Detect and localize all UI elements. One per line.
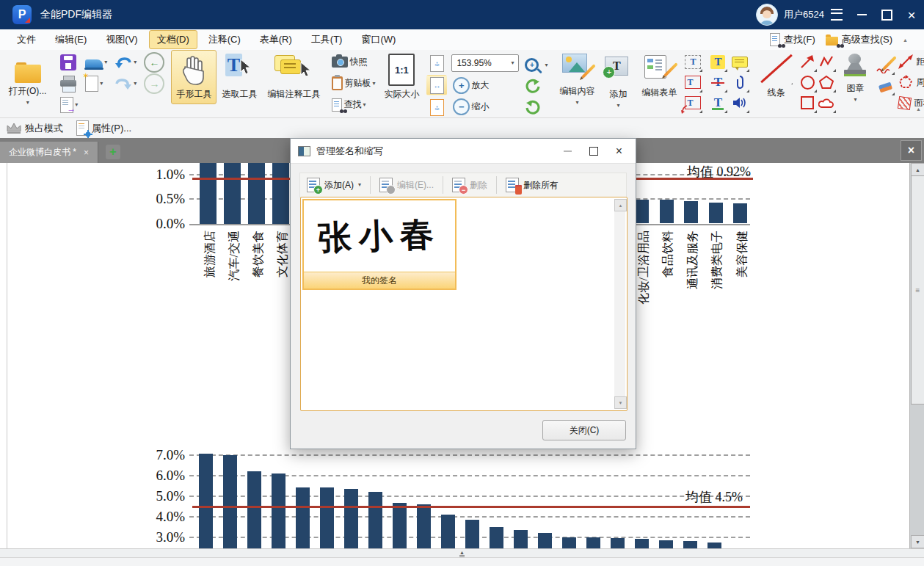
zoom-level-select[interactable]: 153.95% ▾ — [451, 54, 519, 72]
line-tool-button[interactable]: 线条 — [754, 50, 798, 117]
close-document-button[interactable]: × — [901, 140, 922, 161]
signature-card[interactable]: 张小春 我的签名 — [302, 199, 456, 290]
export-button[interactable]: ▾ — [59, 94, 79, 115]
edit-content-button[interactable]: 编辑内容 ▾ — [554, 50, 600, 109]
maximize-button[interactable] — [874, 0, 899, 29]
stamp-tool-button[interactable]: 图章 ▾ — [839, 50, 871, 117]
scan-button[interactable]: ▾ — [84, 51, 109, 73]
user-name[interactable]: 用户6524 — [784, 8, 824, 21]
fit-page-button[interactable]: ↕↔ — [426, 53, 447, 73]
dialog-scroll-down-button[interactable]: ▼ — [614, 396, 627, 409]
snapshot-button[interactable]: 快照 — [330, 51, 376, 73]
strikethrough-text-button[interactable]: T — [709, 73, 727, 92]
menu-item-5[interactable]: 注释(C) — [200, 30, 249, 49]
arrow-tool-button[interactable] — [799, 52, 816, 71]
rectangle-tool-button[interactable] — [799, 93, 816, 112]
attach-file-button[interactable] — [731, 73, 749, 92]
save-button[interactable] — [59, 51, 79, 73]
toolbar-find-button[interactable]: 查找▾ — [330, 94, 376, 115]
new-document-button[interactable]: ▾ — [84, 73, 109, 94]
perimeter-tool-button[interactable]: 周长 — [898, 72, 924, 92]
rotate-right-icon — [525, 100, 541, 116]
main-menu-button[interactable] — [824, 0, 849, 29]
polyline-tool-button[interactable] — [818, 52, 835, 71]
tab-close-icon[interactable]: × — [84, 148, 89, 158]
properties-button[interactable]: 属性(P)... — [76, 118, 131, 139]
dialog-close-button[interactable]: × — [616, 145, 622, 157]
zoom-out-button[interactable]: −缩小 — [451, 96, 519, 117]
open-button[interactable]: 打开(O)... ▾ — [4, 59, 51, 109]
select-tool-label: 选取工具 — [222, 88, 257, 101]
print-button[interactable] — [59, 73, 79, 94]
dialog-close-action-button[interactable]: 关闭(C) — [542, 420, 626, 440]
collapse-menubar-icon[interactable]: ▲ — [903, 37, 908, 43]
scroll-down-button[interactable]: ▼ — [911, 535, 924, 548]
add-button[interactable]: T+ 添加 ▾ — [600, 50, 636, 112]
pencil-tool-button[interactable] — [876, 55, 894, 74]
sound-comment-button[interactable] — [731, 93, 749, 112]
menu-item-1[interactable]: 文件 — [9, 30, 44, 49]
back-button[interactable]: ← — [142, 51, 166, 73]
circle-tool-button[interactable] — [799, 73, 816, 92]
signature-edit-button[interactable]: 编辑(E)... — [373, 175, 440, 195]
close-button[interactable]: × — [899, 0, 924, 29]
distance-tool-button[interactable]: 距离 — [898, 51, 924, 72]
menu-item-4[interactable]: 文档(D) — [149, 30, 197, 49]
signature-list[interactable]: 张小春 我的签名 ▲ ▼ — [300, 197, 627, 411]
forward-button[interactable]: → — [142, 73, 166, 94]
minimize-button[interactable] — [849, 0, 874, 29]
signature-add-button[interactable]: + 添加(A) ▾ — [300, 175, 368, 195]
highlight-text-button[interactable]: T — [709, 52, 727, 71]
zoom-in-button[interactable]: +放大 — [451, 75, 519, 96]
polygon-tool-button[interactable] — [818, 73, 835, 92]
bar — [538, 533, 552, 548]
dialog-maximize-button[interactable] — [589, 147, 598, 156]
hand-tool-button[interactable]: 手形工具 — [171, 50, 217, 104]
menu-item-2[interactable]: 编辑(E) — [47, 30, 95, 49]
redo-button[interactable]: ▾ — [113, 73, 138, 94]
select-tool-button[interactable]: T 选取工具 — [217, 50, 262, 104]
dialog-title-bar[interactable]: 管理签名和缩写 × — [291, 139, 636, 164]
collapse-toolbar-icon[interactable]: ▲ — [916, 106, 921, 112]
find-button[interactable]: 查找(F) — [770, 33, 815, 46]
advanced-find-button[interactable]: 高级查找(S) — [826, 33, 892, 46]
edit-form-button[interactable]: 编辑表单 — [636, 50, 682, 103]
signature-delete-all-button[interactable]: 删除所有 — [499, 175, 565, 195]
scan-dropdown-icon: ▾ — [104, 59, 107, 65]
textbox-tool-button[interactable]: T — [684, 73, 702, 92]
clipboard-label: 剪贴板 — [344, 77, 371, 90]
fit-width-button[interactable]: ↔ — [426, 75, 447, 95]
exclusive-mode-button[interactable]: 独占模式 — [6, 118, 63, 139]
user-avatar[interactable] — [756, 4, 778, 26]
scroll-up-button[interactable]: ▲ — [911, 163, 924, 176]
dialog-scroll-up-button[interactable]: ▲ — [614, 199, 627, 211]
signature-delete-button[interactable]: − 删除 — [445, 175, 494, 195]
vertical-scrollbar[interactable]: ▲ ≡ ▼ — [909, 163, 924, 548]
scrollbar-thumb[interactable]: ≡ — [911, 175, 924, 404]
callout-tool-button[interactable]: T — [684, 93, 702, 112]
underline-text-button[interactable]: T — [709, 93, 727, 112]
new-doc-dropdown-icon: ▾ — [100, 81, 103, 87]
menu-item-6[interactable]: 表单(R) — [252, 30, 300, 49]
panel-expand-icon[interactable]: ▲ — [459, 550, 465, 557]
rotate-right-button[interactable] — [523, 97, 549, 118]
collapse-toolbar-icon[interactable]: ▲ — [916, 56, 921, 61]
add-tab-button[interactable]: + — [106, 145, 120, 159]
rotate-left-button[interactable] — [523, 76, 549, 97]
edit-annotation-tool-button[interactable]: 编辑注释工具 — [262, 50, 325, 104]
dialog-scrollbar[interactable]: ▲ ▼ — [614, 199, 625, 409]
eraser-tool-button[interactable] — [876, 76, 894, 95]
tab-active-document[interactable]: 企业微博白皮书 * × — [0, 142, 98, 163]
typewriter-tool-button[interactable]: T — [684, 52, 702, 71]
actual-size-button[interactable]: 1:1 实际大小 — [379, 50, 424, 104]
menu-item-7[interactable]: 工具(T) — [303, 30, 351, 49]
snapshot-label: 快照 — [349, 56, 367, 68]
fit-visible-button[interactable]: ↕↔ — [426, 97, 447, 117]
menu-item-3[interactable]: 视图(V) — [98, 30, 145, 49]
cloud-tool-button[interactable] — [818, 93, 835, 112]
sticky-note-button[interactable] — [731, 52, 749, 71]
menu-item-8[interactable]: 窗口(W) — [353, 30, 404, 49]
undo-button[interactable]: ▾ — [113, 51, 138, 73]
clipboard-button[interactable]: 剪贴板▾ — [330, 73, 376, 94]
magnifier-button[interactable]: +▾ — [523, 54, 549, 76]
